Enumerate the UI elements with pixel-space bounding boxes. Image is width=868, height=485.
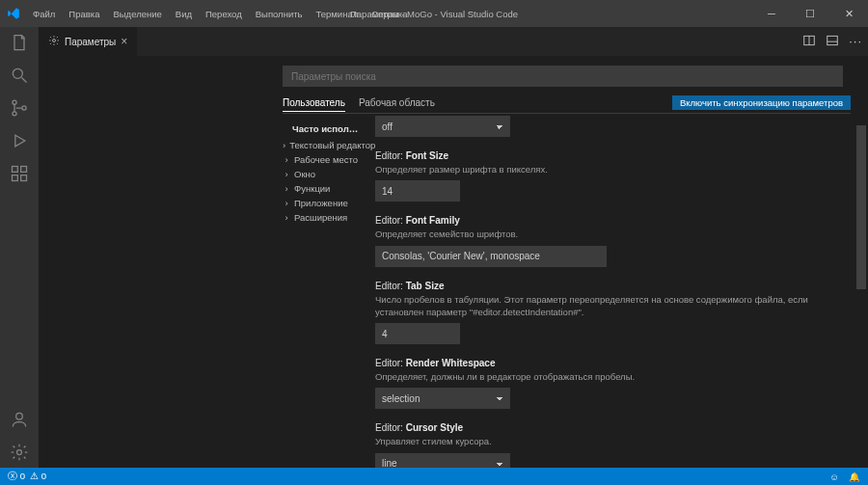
search-icon[interactable]: [10, 66, 29, 85]
toc-item-text-editor[interactable]: ›Текстовый редактор: [283, 138, 362, 152]
chevron-right-icon: ›: [283, 140, 285, 150]
chevron-right-icon: ›: [283, 212, 290, 223]
svg-rect-15: [827, 36, 838, 44]
svg-point-12: [53, 40, 56, 42]
vscode-logo-icon: [0, 7, 27, 20]
extensions-icon[interactable]: [10, 164, 29, 183]
scrollbar-thumb[interactable]: [856, 125, 866, 289]
setting-cursor-style: Editor: Cursor Style Управляет стилем ку…: [375, 422, 851, 468]
settings-toc: Часто используе... ›Текстовый редактор ›…: [275, 114, 364, 468]
accounts-icon[interactable]: [10, 410, 29, 429]
svg-point-3: [13, 112, 16, 116]
render-whitespace-select[interactable]: selection: [375, 388, 510, 409]
scrollbar[interactable]: [856, 114, 866, 468]
setting-font-size: Editor: Font Size Определяет размер шриф…: [375, 150, 851, 202]
tab-size-input[interactable]: [375, 323, 460, 344]
toc-item-window[interactable]: ›Окно: [283, 167, 362, 181]
feedback-icon[interactable]: ☺: [829, 472, 839, 482]
error-icon: ⓧ: [8, 471, 17, 481]
enable-settings-sync-button[interactable]: Включить синхронизацию параметров: [672, 95, 851, 110]
menu-bar: Файл Правка Выделение Вид Переход Выполн…: [27, 5, 414, 23]
svg-line-1: [22, 78, 27, 83]
svg-rect-8: [13, 175, 18, 181]
activity-bar: [0, 27, 39, 468]
menu-go[interactable]: Переход: [200, 5, 248, 23]
toc-item-application[interactable]: ›Приложение: [283, 196, 362, 210]
menu-terminal[interactable]: Терминал: [311, 5, 365, 23]
font-family-input[interactable]: [375, 246, 607, 267]
notifications-icon[interactable]: 🔔: [849, 472, 860, 482]
setting-render-whitespace: Editor: Render Whitespace Определяет, до…: [375, 358, 851, 409]
settings-search-input[interactable]: [283, 66, 843, 87]
window-maximize-button[interactable]: ☐: [791, 0, 829, 27]
explorer-icon[interactable]: [10, 33, 29, 52]
toc-item-features[interactable]: ›Функции: [283, 181, 362, 196]
tab-close-icon[interactable]: ×: [121, 35, 127, 48]
split-editor-icon[interactable]: [802, 34, 816, 50]
window-minimize-button[interactable]: ─: [752, 0, 791, 27]
setting-item: off: [375, 116, 851, 137]
toc-item-extensions[interactable]: ›Расширения: [283, 210, 362, 225]
scope-workspace-tab[interactable]: Рабочая область: [359, 94, 435, 111]
menu-view[interactable]: Вид: [170, 5, 198, 23]
chevron-right-icon: ›: [283, 183, 290, 194]
status-problems[interactable]: ⓧ 0 ⚠ 0: [8, 471, 46, 483]
more-actions-icon[interactable]: ···: [849, 34, 862, 50]
settings-list: off Editor: Font Size Определяет размер …: [364, 114, 868, 468]
tab-label: Параметры: [65, 37, 116, 47]
toggle-panel-icon[interactable]: [826, 34, 839, 50]
setting-tab-size: Editor: Tab Size Число пробелов в табуля…: [375, 281, 851, 345]
menu-run[interactable]: Выполнить: [250, 5, 309, 23]
menu-help[interactable]: Справка: [366, 5, 413, 23]
svg-rect-9: [21, 175, 27, 181]
svg-marker-5: [15, 135, 25, 147]
setting-font-family: Editor: Font Family Определяет семейство…: [375, 215, 851, 266]
svg-rect-6: [13, 167, 18, 173]
settings-tab-icon: [48, 35, 60, 48]
source-control-icon[interactable]: [10, 98, 29, 118]
svg-point-10: [16, 413, 23, 419]
menu-selection[interactable]: Выделение: [107, 5, 167, 23]
svg-point-11: [17, 450, 22, 455]
chevron-right-icon: ›: [283, 198, 290, 208]
toc-heading: Часто используе...: [292, 123, 362, 134]
setting-select[interactable]: off: [375, 116, 510, 137]
cursor-style-select[interactable]: line: [375, 453, 510, 468]
svg-point-0: [13, 68, 22, 78]
svg-rect-7: [21, 167, 27, 173]
font-size-input[interactable]: [375, 180, 460, 202]
svg-point-2: [13, 100, 16, 104]
chevron-right-icon: ›: [283, 169, 290, 179]
settings-gear-icon[interactable]: [10, 443, 29, 462]
run-debug-icon[interactable]: [10, 131, 29, 150]
scope-user-tab[interactable]: Пользователь: [283, 94, 345, 112]
menu-file[interactable]: Файл: [27, 5, 61, 23]
title-bar: Файл Правка Выделение Вид Переход Выполн…: [0, 0, 868, 27]
chevron-right-icon: ›: [283, 154, 290, 165]
warning-icon: ⚠: [30, 471, 39, 481]
menu-edit[interactable]: Правка: [63, 5, 105, 23]
editor-tabs: Параметры × ···: [39, 27, 868, 56]
window-close-button[interactable]: ✕: [829, 0, 868, 27]
svg-point-4: [22, 106, 26, 110]
status-bar: ⓧ 0 ⚠ 0 ☺ 🔔: [0, 468, 868, 485]
tab-settings[interactable]: Параметры ×: [39, 27, 137, 56]
toc-item-workbench[interactable]: ›Рабочее место: [283, 152, 362, 167]
